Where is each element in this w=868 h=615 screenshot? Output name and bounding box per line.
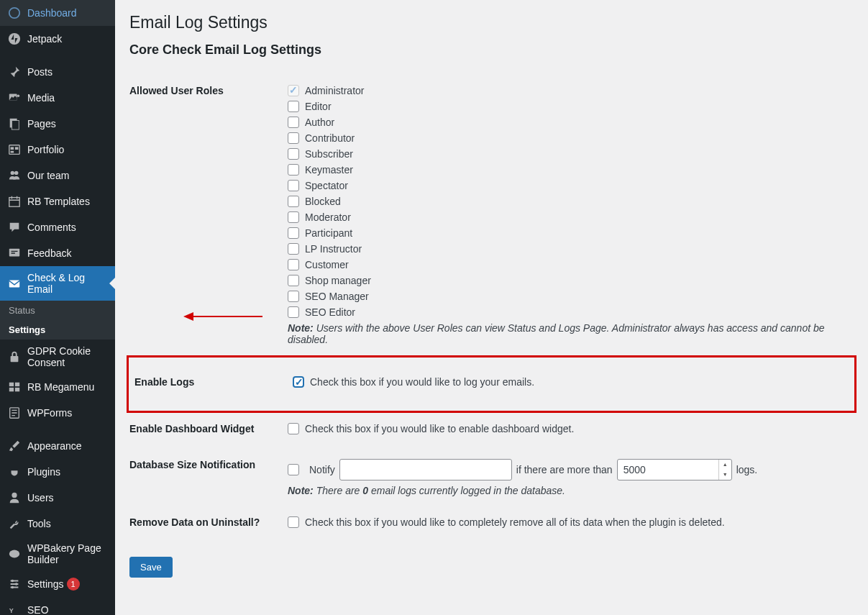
role-label: Author — [305, 117, 334, 128]
sidebar-item-megamenu[interactable]: RB Megamenu — [0, 374, 115, 400]
checkbox-role[interactable] — [288, 180, 299, 191]
row-dashboard-widget: Enable Dashboard Widget Check this box i… — [129, 413, 854, 449]
sidebar-item-label: GDPR Cookie Consent — [27, 345, 108, 368]
role-option: Author — [288, 117, 854, 128]
comment-icon — [7, 220, 22, 234]
role-label: Keymaster — [305, 164, 353, 176]
page-subtitle: Core Check Email Log Settings — [129, 42, 854, 58]
number-spinner[interactable]: ▲▼ — [718, 460, 731, 480]
svg-rect-12 — [9, 198, 19, 207]
row-remove-data: Remove Data on Uninstall? Check this box… — [129, 506, 854, 542]
sidebar-item-settings[interactable]: Settings 1 — [0, 571, 115, 597]
sidebar-item-label: Tools — [27, 518, 51, 529]
role-option: Administrator — [288, 85, 854, 96]
mail-icon — [7, 276, 22, 291]
sidebar-item-seo[interactable]: Y SEO — [0, 597, 115, 615]
checkbox-enable-logs[interactable] — [293, 376, 304, 388]
checkbox-role[interactable] — [288, 259, 299, 270]
sidebar-item-tools[interactable]: Tools — [0, 511, 115, 537]
svg-point-10 — [11, 171, 14, 175]
role-option: LP Instructor — [288, 243, 854, 255]
plug-icon — [7, 465, 22, 479]
checkbox-role[interactable] — [288, 211, 299, 223]
sidebar-item-feedback[interactable]: Feedback — [0, 240, 115, 266]
desc-dashboard-widget: Check this box if you would like to enab… — [305, 423, 574, 434]
sidebar-item-wpforms[interactable]: WPForms — [0, 400, 115, 426]
sidebar-item-plugins[interactable]: Plugins — [0, 459, 115, 485]
sidebar-item-check-log-email[interactable]: Check & Log Email — [0, 266, 115, 301]
roles-note: Note: Users with the above User Roles ca… — [288, 322, 854, 345]
svg-text:Y: Y — [9, 607, 14, 614]
checkbox-remove-data[interactable] — [288, 516, 299, 528]
svg-point-21 — [12, 493, 17, 498]
checkbox-role[interactable] — [288, 306, 299, 318]
sidebar-item-templates[interactable]: RB Templates — [0, 188, 115, 214]
sidebar-item-label: RB Megamenu — [27, 381, 94, 393]
label-allowed-roles: Allowed User Roles — [129, 85, 288, 96]
sidebar-item-label: Check & Log Email — [27, 272, 108, 295]
role-option: Contributor — [288, 132, 854, 144]
team-icon — [7, 168, 22, 183]
checkbox-role[interactable] — [288, 275, 299, 286]
calendar-icon — [7, 194, 22, 209]
svg-rect-14 — [9, 281, 19, 288]
svg-point-22 — [9, 550, 19, 558]
settings-icon — [7, 577, 22, 591]
sidebar-item-portfolio[interactable]: Portfolio — [0, 137, 115, 163]
text-more-than: if there are more than — [516, 464, 613, 475]
label-enable-logs: Enable Logs — [134, 376, 293, 388]
checkbox-role[interactable] — [288, 243, 299, 255]
role-option: Participant — [288, 227, 854, 239]
checkbox-role[interactable] — [288, 101, 299, 112]
sidebar-item-jetpack[interactable]: Jetpack — [0, 26, 115, 52]
input-log-threshold[interactable]: 5000 ▲▼ — [617, 459, 732, 480]
svg-rect-8 — [15, 147, 19, 150]
sidebar-item-label: Media — [27, 92, 55, 104]
checkbox-dashboard-widget[interactable] — [288, 423, 299, 434]
checkbox-role[interactable] — [288, 196, 299, 207]
checkbox-role[interactable] — [288, 132, 299, 144]
sidebar-item-wpbakery[interactable]: WPBakery Page Builder — [0, 537, 115, 571]
sidebar-item-label: SEO — [27, 604, 49, 615]
checkbox-role[interactable] — [288, 227, 299, 239]
submenu-settings[interactable]: Settings — [0, 320, 115, 340]
checkbox-role[interactable] — [288, 291, 299, 302]
update-badge: 1 — [67, 578, 80, 591]
checkbox-db-notify[interactable] — [288, 464, 299, 475]
svg-point-11 — [14, 171, 18, 175]
media-icon — [7, 91, 22, 105]
role-option: Shop manager — [288, 275, 854, 286]
sidebar-item-media[interactable]: Media — [0, 85, 115, 111]
checkbox-role[interactable] — [288, 164, 299, 176]
checkbox-role[interactable] — [288, 117, 299, 128]
role-option: SEO Manager — [288, 291, 854, 302]
input-notify-email[interactable] — [339, 459, 512, 480]
text-notify: Notify — [309, 464, 335, 475]
sidebar-item-label: RB Templates — [27, 196, 90, 207]
sidebar-item-comments[interactable]: Comments — [0, 214, 115, 240]
sidebar-item-label: Portfolio — [27, 144, 64, 155]
sidebar-item-dashboard[interactable]: Dashboard — [0, 0, 115, 26]
sidebar-item-label: Plugins — [27, 466, 60, 478]
sidebar-item-team[interactable]: Our team — [0, 163, 115, 188]
svg-rect-17 — [15, 383, 19, 386]
save-button[interactable]: Save — [129, 557, 173, 578]
sidebar-item-appearance[interactable]: Appearance — [0, 433, 115, 459]
checkbox-role[interactable] — [288, 148, 299, 160]
svg-point-1 — [9, 33, 20, 45]
sidebar-item-label: Pages — [27, 118, 56, 129]
role-label: SEO Editor — [305, 306, 355, 318]
sidebar-item-label: Posts — [27, 66, 52, 78]
sidebar-item-gdpr[interactable]: GDPR Cookie Consent — [0, 340, 115, 374]
menu-grid-icon — [7, 380, 22, 394]
db-note: Note: There are 0 email logs currently l… — [288, 485, 854, 496]
role-label: Editor — [305, 101, 332, 112]
role-option: SEO Editor — [288, 306, 854, 318]
submenu-status[interactable]: Status — [0, 301, 115, 320]
sidebar-item-posts[interactable]: Posts — [0, 59, 115, 85]
jetpack-icon — [7, 32, 22, 46]
main-content: Email Log Settings Core Check Email Log … — [115, 0, 868, 615]
sidebar-item-label: Our team — [27, 170, 69, 181]
sidebar-item-pages[interactable]: Pages — [0, 111, 115, 137]
sidebar-item-users[interactable]: Users — [0, 485, 115, 511]
